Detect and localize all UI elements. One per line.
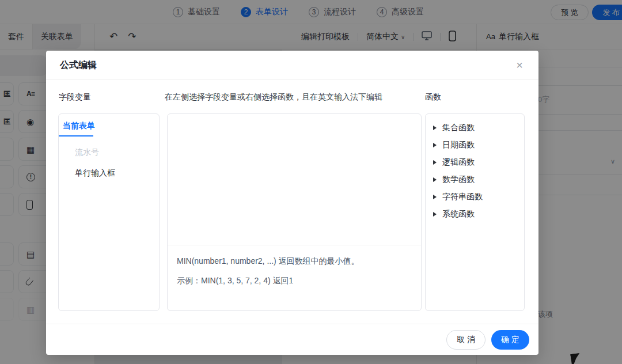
tab-current-form[interactable]: 当前表单: [63, 121, 95, 136]
field-variables-box: 当前表单 流水号 单行输入框: [58, 113, 160, 311]
functions-label: 函数: [425, 92, 441, 103]
modal-title: 公式编辑: [60, 59, 97, 71]
modal-header: 公式编辑 ×: [46, 51, 538, 80]
modal-footer: 取 消 确 定: [46, 324, 538, 355]
function-group-collection[interactable]: 集合函数: [426, 119, 524, 136]
editor-hint-text: 在左侧选择字段变量或右侧选择函数，且在英文输入法下编辑: [165, 92, 424, 103]
field-item-single-line-input[interactable]: 单行输入框: [59, 163, 159, 184]
expand-icon: [433, 212, 437, 217]
formula-editor-modal: 公式编辑 × 字段变量 在左侧选择字段变量或右侧选择函数，且在英文输入法下编辑 …: [46, 51, 538, 355]
field-item-serial-number: 流水号: [59, 142, 159, 163]
expand-icon: [433, 143, 437, 147]
formula-editor-box: MIN(number1, number2, ...) 返回数组中的最小值。 示例…: [167, 113, 422, 311]
function-group-math[interactable]: 数学函数: [426, 171, 524, 188]
function-description: MIN(number1, number2, ...) 返回数组中的最小值。 示例…: [168, 245, 421, 297]
confirm-button[interactable]: 确 定: [491, 330, 529, 350]
expand-icon: [433, 160, 437, 165]
function-group-logic[interactable]: 逻辑函数: [426, 154, 524, 171]
expand-icon: [433, 126, 437, 130]
functions-box: 集合函数 日期函数 逻辑函数 数学函数 字符串函数 系统函数: [425, 113, 525, 311]
function-group-string[interactable]: 字符串函数: [426, 188, 524, 206]
mouse-cursor: [570, 353, 581, 364]
function-group-date[interactable]: 日期函数: [426, 136, 524, 154]
expand-icon: [433, 177, 437, 182]
function-group-system[interactable]: 系统函数: [426, 206, 524, 223]
close-icon[interactable]: ×: [512, 58, 527, 73]
expand-icon: [433, 195, 437, 199]
function-example: 示例：MIN(1, 3, 5, 7, 2, 4) 返回1: [177, 275, 412, 287]
function-signature: MIN(number1, number2, ...) 返回数组中的最小值。: [177, 255, 412, 267]
cancel-button[interactable]: 取 消: [446, 330, 486, 350]
formula-editor-area[interactable]: [168, 114, 421, 245]
active-tab-underline: [59, 135, 93, 136]
field-variables-label: 字段变量: [59, 92, 91, 103]
